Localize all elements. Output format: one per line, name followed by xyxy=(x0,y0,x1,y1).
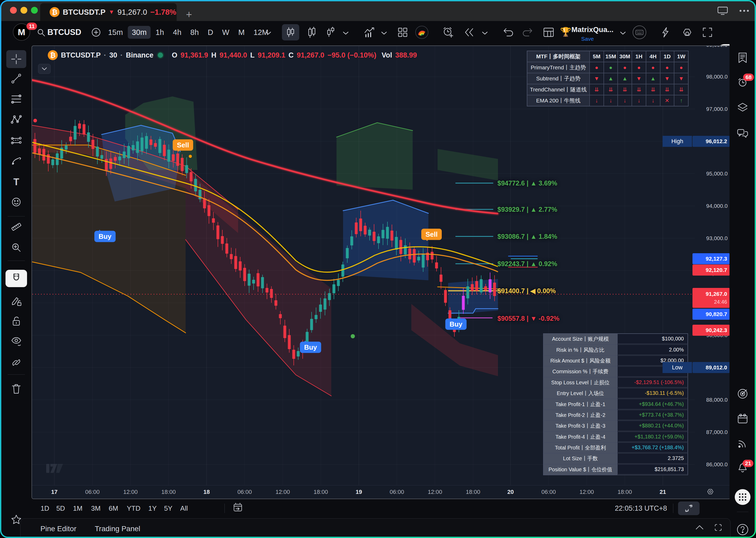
compare-add-icon[interactable] xyxy=(90,27,102,38)
timeframe-1h[interactable]: 1h xyxy=(152,26,168,39)
scale-mode-button[interactable] xyxy=(678,502,699,515)
layout-chevron-icon[interactable] xyxy=(620,31,626,35)
bar-replay-icon[interactable] xyxy=(464,27,474,37)
screener-radar-icon[interactable] xyxy=(736,388,749,401)
remove-drawings-icon[interactable] xyxy=(11,383,22,396)
range-1M[interactable]: 1M xyxy=(73,504,82,512)
trend-line-tool-icon[interactable] xyxy=(11,73,22,85)
calendar-icon[interactable] xyxy=(737,413,748,426)
crosshair-tool-button[interactable] xyxy=(6,50,26,68)
sell-signal-marker[interactable]: Sell xyxy=(421,229,442,240)
fib-tool-icon[interactable] xyxy=(10,93,22,106)
buy-signal-marker[interactable]: Buy xyxy=(445,319,466,330)
search-icon[interactable] xyxy=(36,27,46,38)
rainbow-theme-icon[interactable] xyxy=(415,26,429,39)
time-axis[interactable]: 1706:0012:0018:001806:0012:0018:001906:0… xyxy=(32,485,730,499)
indicator-templates-icon[interactable] xyxy=(397,27,408,38)
risk-row-label: Total Profit丨全部盈利 xyxy=(543,442,617,453)
indicators-chevron-icon[interactable] xyxy=(381,31,388,35)
range-1Y[interactable]: 1Y xyxy=(148,504,157,512)
legend-symbol[interactable]: BTCUSDT.P xyxy=(61,51,101,59)
buy-signal-marker[interactable]: Buy xyxy=(300,342,321,353)
watchlist-icon[interactable] xyxy=(737,52,748,65)
buy-signal-marker[interactable]: Buy xyxy=(94,231,116,242)
replay-chevron-icon[interactable] xyxy=(481,31,488,35)
alert-create-icon[interactable] xyxy=(442,26,454,38)
layout-name[interactable]: MatrixQua... xyxy=(571,26,613,34)
indicators-icon[interactable] xyxy=(364,27,376,38)
time-tick: 06:00 xyxy=(390,489,404,496)
range-5D[interactable]: 5D xyxy=(56,504,65,512)
emoji-tool-icon[interactable] xyxy=(11,196,22,209)
live-streams-icon[interactable] xyxy=(737,438,748,450)
screen-mirror-icon[interactable] xyxy=(717,6,729,16)
range-1D[interactable]: 1D xyxy=(40,504,49,512)
chart-type-bars-button[interactable] xyxy=(325,27,336,38)
range-6M[interactable]: 6M xyxy=(109,504,118,512)
timeframe-4h[interactable]: 4h xyxy=(169,26,185,39)
chat-icon[interactable] xyxy=(736,128,749,140)
zoom-in-tool-icon[interactable] xyxy=(11,242,22,254)
legend-exchange[interactable]: Binance xyxy=(126,51,154,59)
timeframe-M[interactable]: M xyxy=(234,26,249,39)
legend-interval[interactable]: 30 xyxy=(110,51,117,59)
undo-icon[interactable] xyxy=(503,27,514,37)
magnet-icon[interactable] xyxy=(11,272,22,285)
range-All[interactable]: All xyxy=(180,504,188,512)
market-status-dot[interactable] xyxy=(157,51,164,59)
measure-tool-icon[interactable] xyxy=(10,221,22,234)
apps-menu-button[interactable] xyxy=(735,489,750,505)
lock-drawings-icon[interactable] xyxy=(11,315,22,328)
chart-type-hollow-button[interactable] xyxy=(307,27,317,38)
chart-type-chevron-icon[interactable] xyxy=(342,31,349,35)
zoom-window-button[interactable] xyxy=(31,7,38,14)
help-icon[interactable] xyxy=(736,523,749,537)
more-options-icon[interactable] xyxy=(739,10,749,12)
drawing-edit-lock-icon[interactable] xyxy=(10,295,22,308)
timeframe-8h[interactable]: 8h xyxy=(186,26,203,39)
risk-row-label: Take Profit-3丨止盈-3 xyxy=(543,421,617,431)
legend-collapse-button[interactable] xyxy=(38,64,51,74)
axis-settings-gear-icon[interactable] xyxy=(706,488,715,498)
panel-maximize-icon[interactable] xyxy=(714,523,722,533)
range-3M[interactable]: 3M xyxy=(91,504,101,512)
clock-timezone[interactable]: 22:05:13 UTC+8 xyxy=(615,504,667,512)
sync-drawings-icon[interactable] xyxy=(11,357,22,369)
mtf-cell: ▼ xyxy=(590,73,604,84)
layout-grid-icon[interactable] xyxy=(543,27,554,37)
sell-signal-marker[interactable]: Sell xyxy=(173,139,193,151)
timeframe-D[interactable]: D xyxy=(204,26,217,39)
redo-icon[interactable] xyxy=(522,27,533,37)
quick-actions-icon[interactable] xyxy=(660,27,671,38)
chart-pane[interactable]: ₿ BTCUSDT.P · 30 · Binance O91,361.9 H91… xyxy=(31,45,731,499)
save-button[interactable]: Save xyxy=(581,36,594,42)
chart-legend[interactable]: ₿ BTCUSDT.P · 30 · Binance O91,361.9 H91… xyxy=(48,50,417,60)
mtf-cell: ● xyxy=(674,62,688,73)
settings-gear-icon[interactable] xyxy=(681,26,693,38)
object-tree-icon[interactable] xyxy=(736,102,749,114)
fullscreen-icon[interactable] xyxy=(702,27,713,37)
range-YTD[interactable]: YTD xyxy=(127,504,140,512)
tab-trading-panel[interactable]: Trading Panel xyxy=(95,525,140,533)
chart-type-candles-button[interactable] xyxy=(282,24,299,40)
hide-drawings-icon[interactable] xyxy=(10,336,22,349)
browser-tab[interactable]: ₿ BTCUSDT.P ▼ 91,267.0 −1.78% xyxy=(40,3,177,21)
pattern-tool-icon[interactable] xyxy=(10,114,22,126)
projection-tool-icon[interactable] xyxy=(10,135,22,147)
panel-expand-chevron-icon[interactable] xyxy=(695,524,704,531)
timeframe-30m[interactable]: 30m xyxy=(128,26,150,39)
timeframes-chevron-icon[interactable] xyxy=(265,31,272,35)
text-tool-icon[interactable]: T xyxy=(13,177,19,188)
close-window-button[interactable] xyxy=(10,7,17,14)
brush-tool-icon[interactable] xyxy=(10,155,22,168)
new-tab-button[interactable]: + xyxy=(185,11,193,20)
keyboard-icon[interactable] xyxy=(632,25,647,40)
minimize-window-button[interactable] xyxy=(21,7,27,14)
goto-date-icon[interactable] xyxy=(233,502,243,515)
symbol-search-button[interactable]: BTCUSD xyxy=(47,27,81,37)
timeframe-15m[interactable]: 15m xyxy=(104,26,127,39)
tab-pine-editor[interactable]: Pine Editor xyxy=(40,525,76,533)
timeframe-W[interactable]: W xyxy=(218,26,233,39)
time-tick: 17 xyxy=(51,489,58,496)
range-5Y[interactable]: 5Y xyxy=(164,504,172,512)
